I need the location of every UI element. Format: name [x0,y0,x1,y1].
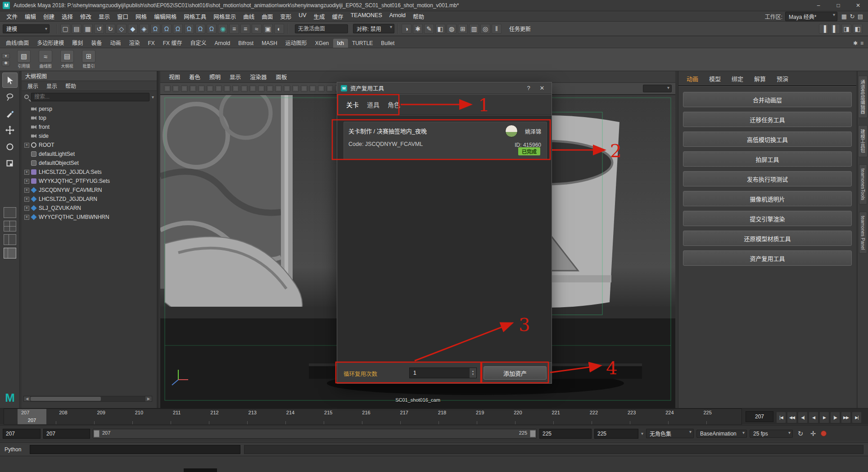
expand-icon[interactable]: + [24,170,29,175]
side-panel-tab[interactable]: 模型 [705,73,724,84]
tool-button[interactable]: 提交引擎渲染 [683,211,852,226]
animation-start-field[interactable] [3,429,41,439]
scroll-left-icon[interactable]: ◀ [24,396,30,401]
viewport-toolbar-icon[interactable] [292,85,299,92]
shelf-list-icon[interactable]: ≡ [860,40,863,46]
shelf-tab[interactable]: FX [144,39,158,48]
toolbar-icon[interactable]: ↺ [94,24,104,34]
viewport-toolbar-icon[interactable] [267,85,273,92]
viewport-toolbar-icon[interactable] [301,85,307,92]
dialog-tab[interactable]: 角色 [387,98,401,111]
toolbar-icon[interactable]: ▣ [263,24,273,34]
expand-icon[interactable]: + [24,143,29,148]
playback-button[interactable]: ◀ [809,412,818,423]
viewport-toolbar-icon[interactable] [181,85,188,92]
expand-icon[interactable]: + [24,206,29,211]
command-line-input[interactable] [30,445,240,454]
viewport-toolbar-icon[interactable] [275,85,282,92]
shelf-options-icon[interactable]: ✱ [853,40,858,46]
viewport-toolbar-icon[interactable] [172,85,179,92]
viewport-menu-item[interactable]: 渲染器 [246,73,271,81]
viewport-renderer-dropdown[interactable] [643,85,672,92]
menu-item[interactable]: 窗口 [113,12,132,21]
scale-tool-button[interactable] [2,156,18,171]
shelf-tab[interactable]: MASH [258,39,281,48]
dialog-tab[interactable]: 关卡 [345,98,360,111]
layout-four-pane-button[interactable] [4,221,16,231]
auto-keyframe-icon[interactable] [821,431,827,436]
menu-item[interactable]: 变形 [276,12,295,21]
toolbar-icon[interactable]: ▢ [60,24,70,34]
shelf-tab[interactable]: Arnold [210,39,234,48]
tool-button[interactable]: 摄像机透明片 [683,191,852,206]
menu-item[interactable]: 网格工具 [180,12,210,21]
docked-panel-tab[interactable]: teamones Panel [859,212,867,254]
toolbar-icon[interactable]: ≡ [229,24,239,34]
shelf-editor-icon[interactable]: ✱ [2,60,10,66]
outliner-menu-item[interactable]: 显示 [43,82,60,90]
side-panel-tab[interactable]: 动画 [683,73,702,84]
menubar-icon[interactable]: ▤ [856,13,864,20]
outliner-item[interactable]: front [24,123,157,132]
outliner-menu-item[interactable]: 展示 [24,82,41,90]
expand-icon[interactable] [24,161,29,166]
outliner-item[interactable]: persp [24,104,157,113]
menu-item[interactable]: TEAMONES [347,12,386,21]
dialog-title-bar[interactable]: M 资产复用工具 ? ✕ [337,82,552,94]
expand-icon[interactable]: + [24,215,29,220]
character-set-dropdown[interactable]: 无角色集 [646,429,694,438]
docked-panel-tab[interactable]: teamonesTools [859,164,867,204]
playback-button[interactable]: ▶| [852,412,862,423]
shelf-tab[interactable]: 装备 [87,37,106,48]
menu-item[interactable]: 编辑网格 [150,12,180,21]
menu-item[interactable]: 网格显示 [210,12,240,21]
tool-button[interactable]: 还原模型材质工具 [683,231,852,246]
playback-button[interactable]: ◀◀ [787,412,797,423]
shelf-tab[interactable]: 多边形建模 [33,37,68,48]
shelf-tab[interactable]: 自定义 [186,37,210,48]
scrollbar-thumb[interactable] [31,397,101,401]
task-update-label[interactable]: 任务更新 [509,25,531,32]
shelf-item[interactable]: ≈ 曲线图 [35,50,56,69]
range-end-handle[interactable] [530,430,536,437]
shelf-tab[interactable]: 运动图形 [281,37,311,48]
dialog-tab[interactable]: 道具 [366,98,380,111]
expand-icon[interactable] [24,152,29,157]
menu-item[interactable]: 生成 [310,12,329,21]
tool-button[interactable]: 高低模切换工具 [683,132,852,147]
outliner-item[interactable]: top [24,113,157,123]
outliner-item[interactable]: + LHCSLTZD_JGJDLA:Sets [24,168,157,177]
shelf-item-icon[interactable]: ▧ [17,50,31,63]
toolbar-icon[interactable]: ◑ [402,24,411,34]
toolbar-icon[interactable]: Ω [207,24,217,34]
outliner-item[interactable]: + JSCQDNYW_FCAVMLRN [24,186,157,195]
lasso-tool-button[interactable] [2,89,18,104]
dialog-help-button[interactable]: ? [522,85,535,91]
shelf-item-icon[interactable]: ⊞ [82,50,95,63]
toolbar-icon[interactable]: ◈ [139,24,149,34]
outliner-horizontal-scrollbar[interactable]: ◀ ▶ [23,396,152,402]
symmetry-dropdown[interactable]: 对称: 禁用 [353,24,394,33]
search-filter-caret-icon[interactable]: ▾ [152,95,154,100]
viewport-toolbar-icon[interactable] [284,85,290,92]
layout-single-pane-button[interactable] [4,207,16,218]
layout-two-pane-button[interactable] [4,234,16,245]
toolbar-icon[interactable]: Ω [184,24,194,34]
time-slider-band[interactable]: 207 207208209210211212213214215216217218… [4,408,742,425]
toolbar-icon[interactable]: ▥ [469,24,479,34]
expand-icon[interactable]: + [24,179,29,184]
anim-layer-dropdown[interactable]: BaseAnimation [696,430,747,438]
outliner-search-input[interactable] [31,93,149,101]
menu-item[interactable]: 选择 [58,12,77,21]
viewport-toolbar-icon[interactable] [241,85,248,92]
viewport-toolbar-icon[interactable] [249,85,256,92]
asset-card[interactable]: 关卡制作 / 决赛抽签地内_夜晚 Code: JSCQDNYW_FCAVML 姚… [344,122,547,159]
viewport-toolbar-icon[interactable] [318,85,325,92]
toolbar-icon[interactable]: ◎ [480,24,490,34]
playback-end-field[interactable] [539,429,592,439]
viewport-toolbar-icon[interactable] [215,85,222,92]
viewport-toolbar-icon[interactable] [232,85,239,92]
sidebar-toggle-icon[interactable]: ◧ [853,24,863,34]
toolbar-icon[interactable]: ≈ [252,24,262,34]
shelf-item-icon[interactable]: ▤ [60,50,74,63]
